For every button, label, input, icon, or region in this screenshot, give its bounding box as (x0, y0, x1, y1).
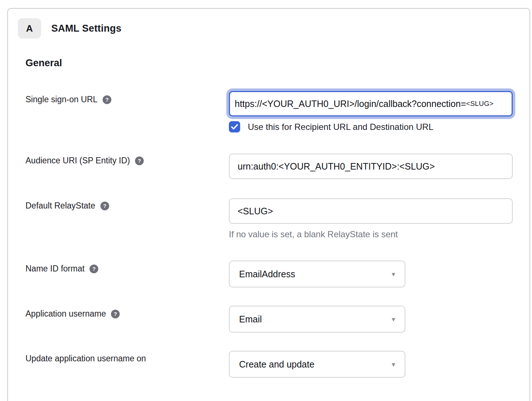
name-id-format-help-icon[interactable]: ? (90, 265, 98, 273)
app-username-select[interactable]: Email ▾ (229, 306, 405, 333)
recipient-url-checkbox[interactable] (229, 121, 240, 132)
recipient-url-checkbox-label: Use this for Recipient URL and Destinati… (248, 122, 433, 132)
relaystate-hint: If no value is set, a blank RelayState i… (229, 229, 398, 239)
name-id-format-label-row: Name ID format ? (25, 264, 98, 274)
update-username-value: Create and update (239, 359, 314, 370)
update-username-label: Update application username on (25, 354, 146, 364)
name-id-format-value: EmailAddress (239, 269, 295, 279)
relaystate-input[interactable]: <SLUG> (229, 198, 513, 224)
relaystate-label-row: Default RelayState ? (25, 201, 109, 211)
checkmark-icon (231, 124, 238, 130)
update-username-select[interactable]: Create and update ▾ (229, 351, 405, 378)
recipient-url-checkbox-row: Use this for Recipient URL and Destinati… (229, 121, 433, 132)
section-badge: A (18, 18, 41, 39)
audience-uri-help-icon[interactable]: ? (135, 156, 144, 165)
sso-url-help-icon[interactable]: ? (103, 95, 111, 104)
audience-uri-label-row: Audience URI (SP Entity ID) ? (25, 156, 144, 166)
page-title: SAML Settings (51, 23, 122, 34)
sso-url-label: Single sign-on URL (25, 95, 98, 104)
section-title-general: General (25, 57, 62, 69)
relaystate-value: <SLUG> (238, 206, 273, 217)
saml-settings-card: A SAML Settings General Single sign-on U… (7, 8, 530, 401)
relaystate-label: Default RelayState (25, 201, 95, 211)
chevron-down-icon: ▾ (392, 361, 395, 368)
audience-uri-label: Audience URI (SP Entity ID) (25, 156, 130, 166)
chevron-down-icon: ▾ (392, 316, 395, 323)
sso-url-value: https://<YOUR_AUTH0_URI>/login/callback?… (235, 99, 466, 109)
audience-uri-input[interactable]: urn:auth0:<YOUR_AUTH0_ENTITYID>:<SLUG> (229, 154, 513, 179)
app-username-value: Email (239, 314, 262, 325)
audience-uri-value: urn:auth0:<YOUR_AUTH0_ENTITYID>:<SLUG> (238, 161, 435, 172)
app-username-label: Application username (25, 309, 106, 319)
app-username-label-row: Application username ? (25, 309, 120, 319)
name-id-format-label: Name ID format (25, 264, 84, 274)
name-id-format-select[interactable]: EmailAddress ▾ (229, 261, 405, 287)
chevron-down-icon: ▾ (392, 271, 395, 278)
update-username-label-row: Update application username on (25, 354, 146, 364)
sso-url-value-slug: <SLUG> (466, 100, 494, 108)
app-username-help-icon[interactable]: ? (111, 310, 120, 318)
card-header: A SAML Settings (18, 18, 122, 39)
sso-url-input[interactable]: https://<YOUR_AUTH0_URI>/login/callback?… (229, 91, 513, 116)
relaystate-help-icon[interactable]: ? (100, 202, 109, 210)
sso-url-label-row: Single sign-on URL ? (25, 95, 111, 104)
